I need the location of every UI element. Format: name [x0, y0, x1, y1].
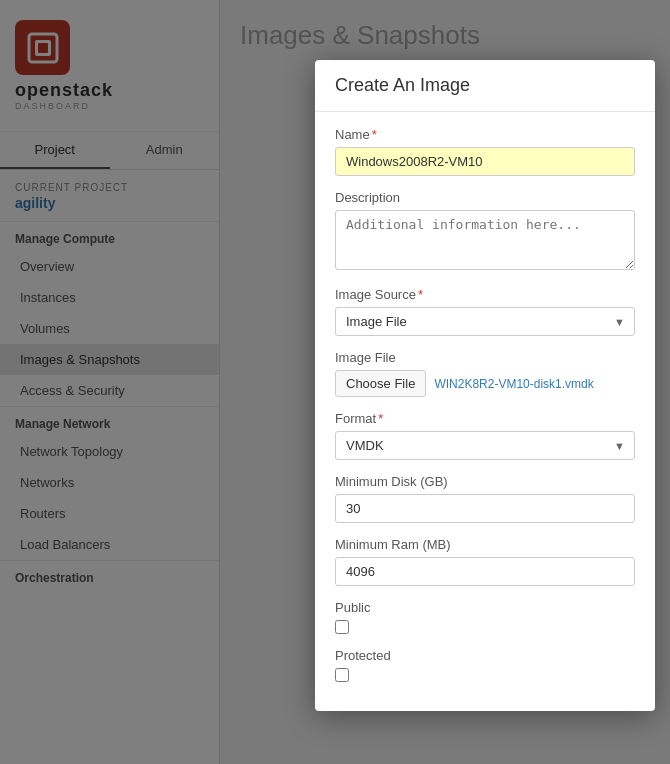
name-label: Name*: [335, 127, 635, 142]
name-input[interactable]: [335, 147, 635, 176]
create-image-modal: Create An Image Name* Description Image …: [315, 60, 655, 711]
modal-body: Name* Description Image Source* Image Fi…: [315, 112, 655, 711]
image-source-label: Image Source*: [335, 287, 635, 302]
form-group-image-file: Image File Choose File WIN2K8R2-VM10-dis…: [335, 350, 635, 397]
modal-header: Create An Image: [315, 60, 655, 112]
form-group-format: Format* AKI AMI ARI ISO QCOW2 RAW VDI VH…: [335, 411, 635, 460]
min-ram-input[interactable]: [335, 557, 635, 586]
min-ram-label: Minimum Ram (MB): [335, 537, 635, 552]
modal-title: Create An Image: [335, 75, 635, 96]
min-disk-label: Minimum Disk (GB): [335, 474, 635, 489]
description-input[interactable]: [335, 210, 635, 270]
form-group-name: Name*: [335, 127, 635, 176]
public-label: Public: [335, 600, 635, 615]
modal-overlay: Create An Image Name* Description Image …: [0, 0, 670, 764]
form-group-description: Description: [335, 190, 635, 273]
choose-file-button[interactable]: Choose File: [335, 370, 426, 397]
form-group-min-ram: Minimum Ram (MB): [335, 537, 635, 586]
image-file-label: Image File: [335, 350, 635, 365]
protected-label: Protected: [335, 648, 635, 663]
form-group-protected: Protected: [335, 648, 635, 682]
form-group-image-source: Image Source* Image File Image Location: [335, 287, 635, 336]
format-label: Format*: [335, 411, 635, 426]
form-group-min-disk: Minimum Disk (GB): [335, 474, 635, 523]
file-name-display: WIN2K8R2-VM10-disk1.vmdk: [434, 377, 593, 391]
image-source-wrapper: Image File Image Location: [335, 307, 635, 336]
form-group-public: Public: [335, 600, 635, 634]
image-source-select[interactable]: Image File Image Location: [335, 307, 635, 336]
min-disk-input[interactable]: [335, 494, 635, 523]
protected-checkbox[interactable]: [335, 668, 349, 682]
description-label: Description: [335, 190, 635, 205]
public-checkbox-group: [335, 620, 635, 634]
public-checkbox[interactable]: [335, 620, 349, 634]
format-select[interactable]: AKI AMI ARI ISO QCOW2 RAW VDI VHD VMDK: [335, 431, 635, 460]
protected-checkbox-group: [335, 668, 635, 682]
format-wrapper: AKI AMI ARI ISO QCOW2 RAW VDI VHD VMDK: [335, 431, 635, 460]
file-input-group: Choose File WIN2K8R2-VM10-disk1.vmdk: [335, 370, 635, 397]
